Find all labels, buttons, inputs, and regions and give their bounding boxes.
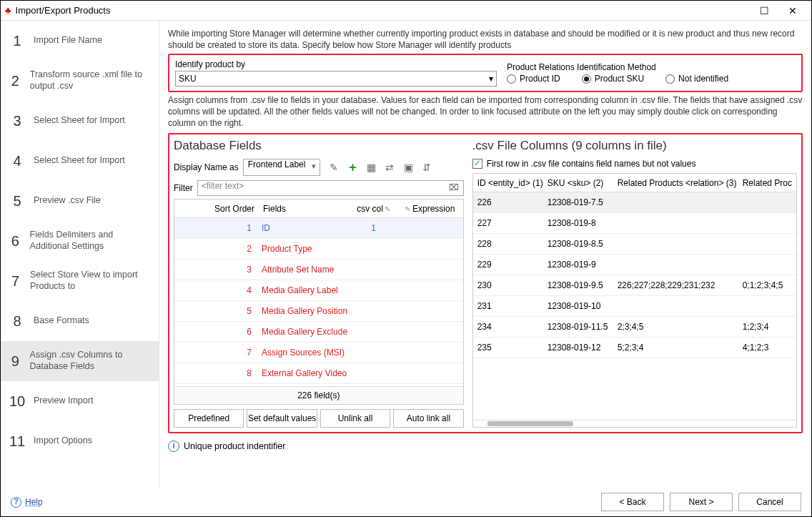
image-tool-icon[interactable]: ▣ <box>402 161 415 174</box>
radio-circle <box>507 74 516 84</box>
db-row[interactable]: 5Media Gallery Position <box>174 301 463 322</box>
wizard-steps-sidebar: 1Import File Name2Transform source .xml … <box>1 21 159 488</box>
db-row[interactable]: 7Assign Sources (MSI) <box>174 343 463 363</box>
db-table-header: Sort Order Fields csv col✎ ✎ Expression <box>174 200 463 218</box>
titlebar: ♣ Import/Export Products ☐ ✕ <box>1 1 811 21</box>
db-row[interactable]: 8External Gallery Video <box>174 363 463 384</box>
help-label[interactable]: Help <box>25 497 43 507</box>
app-icon: ♣ <box>5 5 11 16</box>
horizontal-scrollbar[interactable] <box>473 420 796 427</box>
radio-circle <box>665 74 675 84</box>
db-row[interactable]: 4Media Gallery Label <box>174 280 463 301</box>
step-label: Preview Import <box>34 395 93 407</box>
wizard-step-3[interactable]: 3Select Sheet for Import <box>1 101 159 141</box>
wizard-step-9[interactable]: 9Assign .csv Columns to Database Fields <box>1 341 159 381</box>
db-row[interactable]: 1ID1 <box>174 218 463 239</box>
wizard-step-6[interactable]: 6Fields Delimiters and Additional Settin… <box>1 221 159 261</box>
col-csv[interactable]: csv col✎ <box>349 204 399 214</box>
clear-filter-icon[interactable]: ⌧ <box>449 182 459 192</box>
csv-row[interactable]: 22612308-019-7.5 <box>473 192 796 213</box>
csv-col-header[interactable]: Related Products <relation> (3) <box>613 178 738 188</box>
radio-product-id[interactable]: Product ID <box>507 74 560 84</box>
identify-product-section: Identify product by SKU ▾ Product Relati… <box>168 54 803 92</box>
wizard-step-10[interactable]: 10Preview Import <box>1 381 159 421</box>
predefined-button[interactable]: Predefined <box>174 409 244 428</box>
step-number: 8 <box>9 313 25 330</box>
csv-row[interactable]: 22912308-019-9 <box>473 255 796 275</box>
radio-circle <box>582 74 591 84</box>
back-button[interactable]: < Back <box>601 493 664 511</box>
wizard-step-8[interactable]: 8Base Formats <box>1 301 159 341</box>
filter-settings-icon[interactable]: ⇵ <box>420 161 433 174</box>
unlink-all-button[interactable]: Unlink all <box>320 409 390 428</box>
db-row[interactable]: 3Attribute Set Name <box>174 260 463 280</box>
wizard-step-5[interactable]: 5Preview .csv File <box>1 181 159 221</box>
db-row[interactable]: 2Product Type <box>174 239 463 260</box>
step-label: Base Formats <box>34 315 89 327</box>
step-number: 5 <box>9 193 25 210</box>
radio-not-identified[interactable]: Not identified <box>665 74 728 84</box>
wizard-step-1[interactable]: 1Import File Name <box>1 21 159 61</box>
radio-label: Product SKU <box>595 74 644 84</box>
first-row-checkbox[interactable]: ✓ <box>472 159 482 169</box>
col-sort-order[interactable]: Sort Order <box>174 204 259 214</box>
step-label: Select Sheet for Import <box>34 155 125 167</box>
help-icon: ? <box>11 497 21 508</box>
link-columns-icon[interactable]: ⇄ <box>383 161 396 174</box>
next-button[interactable]: Next > <box>670 493 733 511</box>
edit-icon[interactable]: ✎ <box>327 161 340 174</box>
col-expression[interactable]: ✎ Expression <box>399 204 463 214</box>
csv-col-header[interactable]: ID <entity_id> (1) <box>473 178 543 188</box>
csv-col-header[interactable]: SKU <sku> (2) <box>543 178 613 188</box>
csv-row[interactable]: 23512308-019-125;2;3;44;1;2;3 <box>473 338 796 358</box>
maximize-button[interactable]: ☐ <box>750 5 778 16</box>
cancel-button[interactable]: Cancel <box>738 493 801 511</box>
csv-columns-panel: .csv File Columns (9 columns in file) ✓ … <box>472 139 797 428</box>
info-icon: i <box>168 440 179 452</box>
info-hint: i Unique product indentifier <box>168 440 803 452</box>
csv-row[interactable]: 22712308-019-8 <box>473 213 796 234</box>
step-number: 9 <box>9 353 21 370</box>
csv-row[interactable]: 22812308-019-8.5 <box>473 234 796 255</box>
step-label: Select Sheet for Import <box>34 115 125 127</box>
filter-input[interactable]: <filter text> ⌧ <box>197 180 464 196</box>
step-label: Assign .csv Columns to Database Fields <box>30 350 150 372</box>
radio-product-sku[interactable]: Product SKU <box>582 74 644 84</box>
wizard-step-4[interactable]: 4Select Sheet for Import <box>1 141 159 181</box>
db-fields-table: Sort Order Fields csv col✎ ✎ Expression … <box>174 199 464 405</box>
csv-row[interactable]: 23412308-019-11.52;3;4;51;2;3;4 <box>473 317 796 338</box>
csv-col-header[interactable]: Related Proc <box>738 178 796 188</box>
csv-row[interactable]: 23112308-019-10 <box>473 296 796 317</box>
auto-link-all-button[interactable]: Auto link all <box>393 409 463 428</box>
display-name-select[interactable]: Frontend Label <box>243 159 321 176</box>
csv-row[interactable]: 23012308-019-9.5226;227;228;229;231;2320… <box>473 275 796 296</box>
close-button[interactable]: ✕ <box>778 5 807 16</box>
grid-tool-icon[interactable]: ▦ <box>365 161 377 174</box>
db-row[interactable]: 6Media Gallery Exclude <box>174 322 463 343</box>
chevron-down-icon: ▾ <box>489 74 493 84</box>
step-number: 10 <box>9 393 25 410</box>
step-number: 11 <box>9 433 25 450</box>
col-fields[interactable]: Fields <box>259 204 349 214</box>
identify-by-value: SKU <box>179 74 197 84</box>
step-label: Preview .csv File <box>34 195 101 207</box>
step-number: 6 <box>9 233 21 250</box>
pencil-icon: ✎ <box>385 205 390 213</box>
step-number: 1 <box>9 33 25 49</box>
first-row-label: First row in .csv file contains field na… <box>487 159 696 169</box>
help-link[interactable]: ? Help <box>11 497 43 508</box>
add-icon[interactable]: + <box>346 161 359 174</box>
radio-label: Product ID <box>520 74 560 84</box>
db-panel-title: Database Fields <box>174 139 464 153</box>
wizard-step-7[interactable]: 7Select Store View to import Products to <box>1 261 159 301</box>
relation-method-label: Product Relations Identification Method <box>507 62 796 72</box>
set-default-values-button[interactable]: Set default values <box>247 409 317 428</box>
wizard-step-2[interactable]: 2Transform source .xml file to output .c… <box>1 61 159 101</box>
csv-table: ID <entity_id> (1)SKU <sku> (2)Related P… <box>472 173 797 428</box>
step-number: 4 <box>9 153 25 169</box>
scrollbar-thumb[interactable] <box>487 421 573 426</box>
wizard-footer: ? Help < Back Next > Cancel <box>1 488 811 516</box>
step-label: Select Store View to import Products to <box>30 270 150 292</box>
wizard-step-11[interactable]: 11Import Options <box>1 421 159 461</box>
identify-by-select[interactable]: SKU ▾ <box>175 71 497 87</box>
